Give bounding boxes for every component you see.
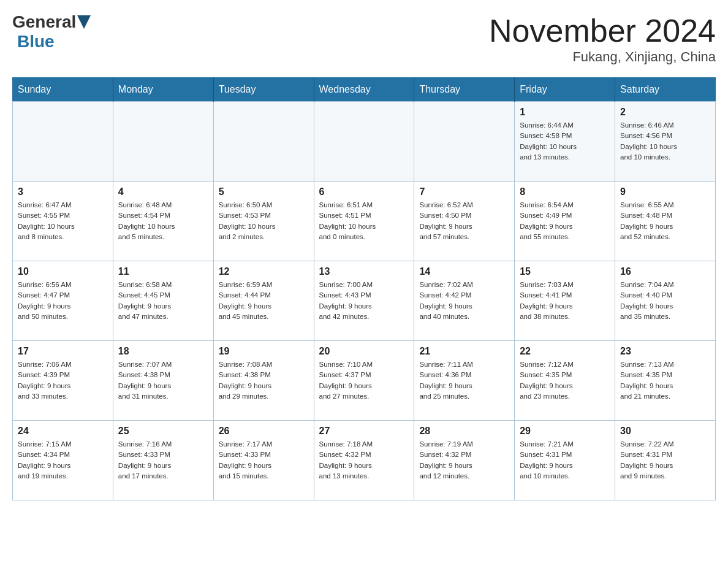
location-subtitle: Fukang, Xinjiang, China: [489, 49, 716, 65]
day-info: Sunrise: 6:48 AM Sunset: 4:54 PM Dayligh…: [118, 200, 208, 242]
day-info: Sunrise: 7:21 AM Sunset: 4:31 PM Dayligh…: [520, 439, 610, 481]
weekday-header-row: SundayMondayTuesdayWednesdayThursdayFrid…: [13, 78, 716, 102]
day-info: Sunrise: 6:59 AM Sunset: 4:44 PM Dayligh…: [219, 280, 309, 322]
day-info: Sunrise: 7:08 AM Sunset: 4:38 PM Dayligh…: [219, 359, 309, 402]
calendar-week-row: 1Sunrise: 6:44 AM Sunset: 4:58 PM Daylig…: [13, 102, 716, 182]
day-info: Sunrise: 7:02 AM Sunset: 4:42 PM Dayligh…: [419, 280, 509, 322]
calendar-cell: 1Sunrise: 6:44 AM Sunset: 4:58 PM Daylig…: [515, 102, 615, 182]
day-number: 22: [520, 346, 610, 357]
day-number: 3: [18, 186, 108, 197]
day-info: Sunrise: 7:18 AM Sunset: 4:32 PM Dayligh…: [319, 439, 409, 481]
calendar-cell: 6Sunrise: 6:51 AM Sunset: 4:51 PM Daylig…: [314, 182, 414, 261]
calendar-cell: 17Sunrise: 7:06 AM Sunset: 4:39 PM Dayli…: [13, 341, 113, 421]
weekday-header-thursday: Thursday: [414, 78, 515, 102]
day-number: 11: [118, 266, 208, 277]
day-number: 1: [520, 107, 610, 118]
calendar-cell: 19Sunrise: 7:08 AM Sunset: 4:38 PM Dayli…: [213, 341, 314, 421]
weekday-header-wednesday: Wednesday: [314, 78, 414, 102]
calendar-cell: 2Sunrise: 6:46 AM Sunset: 4:56 PM Daylig…: [615, 102, 716, 182]
calendar-cell: 10Sunrise: 6:56 AM Sunset: 4:47 PM Dayli…: [13, 261, 113, 341]
day-info: Sunrise: 7:16 AM Sunset: 4:33 PM Dayligh…: [118, 439, 208, 481]
calendar-cell: [314, 102, 414, 182]
calendar-cell: 14Sunrise: 7:02 AM Sunset: 4:42 PM Dayli…: [414, 261, 515, 341]
calendar-table: SundayMondayTuesdayWednesdayThursdayFrid…: [12, 77, 716, 500]
day-number: 9: [620, 186, 710, 197]
logo-blue-text: Blue: [17, 32, 55, 51]
calendar-week-row: 3Sunrise: 6:47 AM Sunset: 4:55 PM Daylig…: [13, 182, 716, 261]
day-number: 27: [319, 426, 409, 437]
logo: General Blue: [12, 12, 91, 52]
calendar-cell: 29Sunrise: 7:21 AM Sunset: 4:31 PM Dayli…: [515, 421, 615, 500]
day-number: 18: [118, 346, 208, 357]
calendar-cell: 27Sunrise: 7:18 AM Sunset: 4:32 PM Dayli…: [314, 421, 414, 500]
day-number: 5: [219, 186, 309, 197]
day-number: 20: [319, 346, 409, 357]
day-info: Sunrise: 7:06 AM Sunset: 4:39 PM Dayligh…: [18, 359, 108, 402]
day-number: 19: [219, 346, 309, 357]
day-number: 21: [419, 346, 509, 357]
day-info: Sunrise: 7:11 AM Sunset: 4:36 PM Dayligh…: [419, 359, 509, 402]
calendar-cell: 20Sunrise: 7:10 AM Sunset: 4:37 PM Dayli…: [314, 341, 414, 421]
calendar-cell: [13, 102, 113, 182]
day-info: Sunrise: 7:00 AM Sunset: 4:43 PM Dayligh…: [319, 280, 409, 322]
day-number: 26: [219, 426, 309, 437]
calendar-cell: 30Sunrise: 7:22 AM Sunset: 4:31 PM Dayli…: [615, 421, 716, 500]
title-section: November 2024 Fukang, Xinjiang, China: [489, 12, 716, 65]
day-number: 2: [620, 107, 710, 118]
day-number: 10: [18, 266, 108, 277]
day-number: 24: [18, 426, 108, 437]
day-number: 16: [620, 266, 710, 277]
day-number: 30: [620, 426, 710, 437]
day-number: 29: [520, 426, 610, 437]
calendar-cell: 5Sunrise: 6:50 AM Sunset: 4:53 PM Daylig…: [213, 182, 314, 261]
weekday-header-monday: Monday: [113, 78, 213, 102]
day-info: Sunrise: 7:12 AM Sunset: 4:35 PM Dayligh…: [520, 359, 610, 402]
day-info: Sunrise: 6:51 AM Sunset: 4:51 PM Dayligh…: [319, 200, 409, 242]
calendar-cell: 12Sunrise: 6:59 AM Sunset: 4:44 PM Dayli…: [213, 261, 314, 341]
month-title: November 2024: [489, 12, 716, 49]
calendar-cell: 23Sunrise: 7:13 AM Sunset: 4:35 PM Dayli…: [615, 341, 716, 421]
day-number: 7: [419, 186, 509, 197]
calendar-cell: 26Sunrise: 7:17 AM Sunset: 4:33 PM Dayli…: [213, 421, 314, 500]
logo-general-text: General: [12, 12, 76, 32]
calendar-cell: 8Sunrise: 6:54 AM Sunset: 4:49 PM Daylig…: [515, 182, 615, 261]
day-info: Sunrise: 7:10 AM Sunset: 4:37 PM Dayligh…: [319, 359, 409, 402]
day-number: 14: [419, 266, 509, 277]
day-info: Sunrise: 6:55 AM Sunset: 4:48 PM Dayligh…: [620, 200, 710, 242]
day-info: Sunrise: 7:07 AM Sunset: 4:38 PM Dayligh…: [118, 359, 208, 402]
day-number: 12: [219, 266, 309, 277]
day-number: 8: [520, 186, 610, 197]
day-number: 4: [118, 186, 208, 197]
day-info: Sunrise: 6:50 AM Sunset: 4:53 PM Dayligh…: [219, 200, 309, 242]
calendar-cell: 4Sunrise: 6:48 AM Sunset: 4:54 PM Daylig…: [113, 182, 213, 261]
calendar-cell: [213, 102, 314, 182]
day-info: Sunrise: 7:19 AM Sunset: 4:32 PM Dayligh…: [419, 439, 509, 481]
calendar-cell: 22Sunrise: 7:12 AM Sunset: 4:35 PM Dayli…: [515, 341, 615, 421]
day-info: Sunrise: 6:46 AM Sunset: 4:56 PM Dayligh…: [620, 120, 710, 163]
calendar-week-row: 10Sunrise: 6:56 AM Sunset: 4:47 PM Dayli…: [13, 261, 716, 341]
calendar-week-row: 24Sunrise: 7:15 AM Sunset: 4:34 PM Dayli…: [13, 421, 716, 500]
day-number: 17: [18, 346, 108, 357]
day-info: Sunrise: 6:58 AM Sunset: 4:45 PM Dayligh…: [118, 280, 208, 322]
day-number: 25: [118, 426, 208, 437]
day-info: Sunrise: 6:56 AM Sunset: 4:47 PM Dayligh…: [18, 280, 108, 322]
day-info: Sunrise: 7:13 AM Sunset: 4:35 PM Dayligh…: [620, 359, 710, 402]
weekday-header-saturday: Saturday: [615, 78, 716, 102]
calendar-cell: 25Sunrise: 7:16 AM Sunset: 4:33 PM Dayli…: [113, 421, 213, 500]
day-number: 23: [620, 346, 710, 357]
calendar-cell: 13Sunrise: 7:00 AM Sunset: 4:43 PM Dayli…: [314, 261, 414, 341]
day-info: Sunrise: 6:54 AM Sunset: 4:49 PM Dayligh…: [520, 200, 610, 242]
day-info: Sunrise: 7:17 AM Sunset: 4:33 PM Dayligh…: [219, 439, 309, 481]
weekday-header-sunday: Sunday: [13, 78, 113, 102]
day-info: Sunrise: 7:22 AM Sunset: 4:31 PM Dayligh…: [620, 439, 710, 481]
day-info: Sunrise: 7:15 AM Sunset: 4:34 PM Dayligh…: [18, 439, 108, 481]
calendar-cell: 24Sunrise: 7:15 AM Sunset: 4:34 PM Dayli…: [13, 421, 113, 500]
day-number: 6: [319, 186, 409, 197]
day-info: Sunrise: 6:47 AM Sunset: 4:55 PM Dayligh…: [18, 200, 108, 242]
day-number: 15: [520, 266, 610, 277]
calendar-cell: [414, 102, 515, 182]
weekday-header-friday: Friday: [515, 78, 615, 102]
weekday-header-tuesday: Tuesday: [213, 78, 314, 102]
day-info: Sunrise: 6:44 AM Sunset: 4:58 PM Dayligh…: [520, 120, 610, 163]
calendar-cell: [113, 102, 213, 182]
